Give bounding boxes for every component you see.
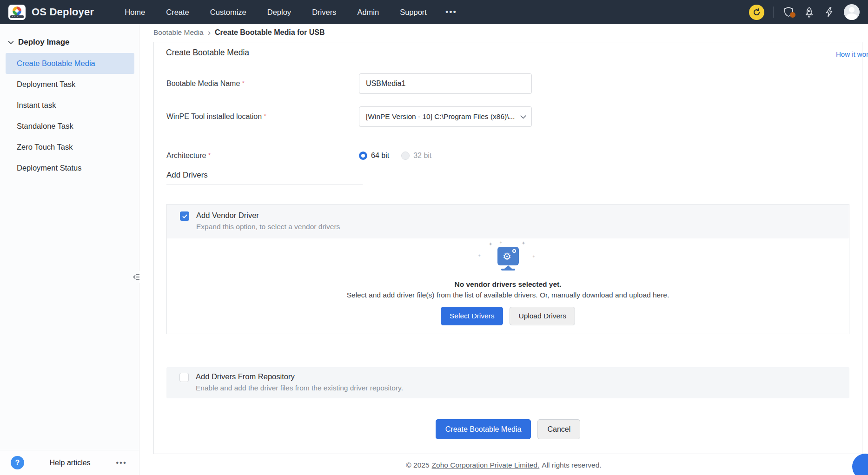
add-drivers-from-repository-label: Add Drivers From Repository <box>196 372 403 381</box>
security-shield-icon[interactable] <box>782 6 795 18</box>
winpe-location-select[interactable]: [WinPE Version - 10] C:\Program Files (x… <box>359 106 532 127</box>
rocket-icon[interactable] <box>803 7 815 18</box>
section-divider <box>166 185 363 185</box>
help-icon[interactable]: ? <box>11 456 24 469</box>
lightning-icon[interactable] <box>824 7 835 18</box>
add-vendor-driver-label: Add Vendor Driver <box>196 211 340 220</box>
sidebar-footer: ? Help articles ••• <box>0 450 139 475</box>
sidebar-section-deploy-image[interactable]: Deploy Image <box>0 36 139 48</box>
create-bootable-media-panel: Create Bootable Media Bootable Media Nam… <box>153 42 862 454</box>
copyright-suffix: All rights reserved. <box>542 461 601 469</box>
app-title: OS Deployer <box>32 6 94 18</box>
radio-32-bit[interactable]: 32 bit <box>401 152 431 160</box>
create-bootable-media-button[interactable]: Create Bootable Media <box>436 419 531 439</box>
vendor-drivers-empty-state: ✦ + ✦ + + ⚙ No vendor driv <box>167 238 849 334</box>
main-content: Bootable Media › Create Bootable Media f… <box>139 24 868 475</box>
empty-state-description: Select and add driver file(s) from the l… <box>347 291 669 299</box>
chevron-down-icon <box>520 113 527 120</box>
sidebar-item-deployment-status[interactable]: Deployment Status <box>6 158 134 178</box>
nav-overflow-icon[interactable]: ••• <box>445 7 457 17</box>
add-vendor-driver-checkbox[interactable] <box>180 211 189 221</box>
required-mark: * <box>242 79 244 87</box>
cancel-button[interactable]: Cancel <box>537 419 580 439</box>
app-window: OS Deployer Home Create Customize Deploy… <box>0 0 868 475</box>
add-vendor-driver-description: Expand this option, to select a vendor d… <box>196 223 340 231</box>
add-drivers-from-repository-card: Add Drivers From Repository Enable and a… <box>166 367 849 398</box>
architecture-radio-group: 64 bit 32 bit <box>359 152 431 160</box>
how-it-works-link[interactable]: How it works <box>836 50 868 58</box>
breadcrumb-chevron-icon: › <box>208 28 211 37</box>
os-deployer-logo-icon[interactable] <box>8 5 26 20</box>
required-mark: * <box>264 112 266 120</box>
nav-item-support[interactable]: Support <box>400 8 427 17</box>
breadcrumb: Bootable Media › Create Bootable Media f… <box>139 24 868 41</box>
gear-icon: ⚙ <box>503 251 511 261</box>
nav-item-customize[interactable]: Customize <box>210 8 246 17</box>
sidebar-item-instant-task[interactable]: Instant task <box>6 95 134 116</box>
user-avatar[interactable] <box>844 4 860 20</box>
radio-unselected-icon <box>401 152 410 160</box>
panel-title: Create Bootable Media <box>154 42 862 63</box>
copyright-prefix: © 2025 <box>406 461 429 469</box>
empty-state-title: No vendor drivers selected yet. <box>454 280 561 289</box>
main-nav: Home Create Customize Deploy Drivers Adm… <box>125 8 427 17</box>
no-drivers-illustration-icon: ✦ + ✦ + + ⚙ <box>480 247 536 274</box>
check-icon <box>182 213 188 219</box>
sidebar-item-zero-touch-task[interactable]: Zero Touch Task <box>6 137 134 158</box>
top-navigation-bar: OS Deployer Home Create Customize Deploy… <box>0 0 868 24</box>
upload-drivers-button[interactable]: Upload Drivers <box>510 307 575 326</box>
topbar-divider <box>773 7 774 18</box>
refresh-icon[interactable] <box>749 5 764 20</box>
sidebar: Deploy Image Create Bootable Media Deplo… <box>0 24 139 475</box>
sidebar-more-icon[interactable]: ••• <box>116 458 127 468</box>
nav-item-drivers[interactable]: Drivers <box>312 8 336 17</box>
select-drivers-button[interactable]: Select Drivers <box>441 307 503 326</box>
radio-64-bit[interactable]: 64 bit <box>359 152 389 160</box>
architecture-label: Architecture* <box>154 152 359 160</box>
winpe-selected-value: [WinPE Version - 10] C:\Program Files (x… <box>366 112 520 121</box>
radio-selected-icon <box>359 152 367 160</box>
notification-dot <box>790 12 795 18</box>
winpe-location-label: WinPE Tool installed location* <box>154 112 359 121</box>
sidebar-item-create-bootable-media[interactable]: Create Bootable Media <box>6 53 134 74</box>
nav-item-home[interactable]: Home <box>125 8 145 17</box>
sidebar-section-label: Deploy Image <box>18 38 70 47</box>
chevron-down-icon <box>8 40 14 46</box>
footer: © 2025 Zoho Corporation Private Limited.… <box>139 454 868 475</box>
add-drivers-section-title: Add Drivers <box>166 171 862 180</box>
nav-item-admin[interactable]: Admin <box>357 8 379 17</box>
nav-item-deploy[interactable]: Deploy <box>267 8 291 17</box>
nav-item-create[interactable]: Create <box>166 8 189 17</box>
zoho-corporation-link[interactable]: Zoho Corporation Private Limited. <box>432 461 540 469</box>
breadcrumb-bootable-media[interactable]: Bootable Media <box>153 28 204 37</box>
breadcrumb-current: Create Bootable Media for USB <box>215 28 325 37</box>
help-articles-link[interactable]: Help articles <box>24 459 116 467</box>
required-mark: * <box>208 152 210 159</box>
sidebar-item-deployment-task[interactable]: Deployment Task <box>6 74 134 95</box>
bootable-media-name-label: Bootable Media Name* <box>154 79 359 88</box>
add-drivers-from-repository-description: Enable and add the driver files from the… <box>196 384 403 392</box>
bootable-media-name-input[interactable] <box>359 73 532 94</box>
add-vendor-driver-card: Add Vendor Driver Expand this option, to… <box>166 204 849 334</box>
sidebar-item-standalone-task[interactable]: Standalone Task <box>6 116 134 137</box>
add-drivers-from-repository-checkbox[interactable] <box>179 373 189 382</box>
